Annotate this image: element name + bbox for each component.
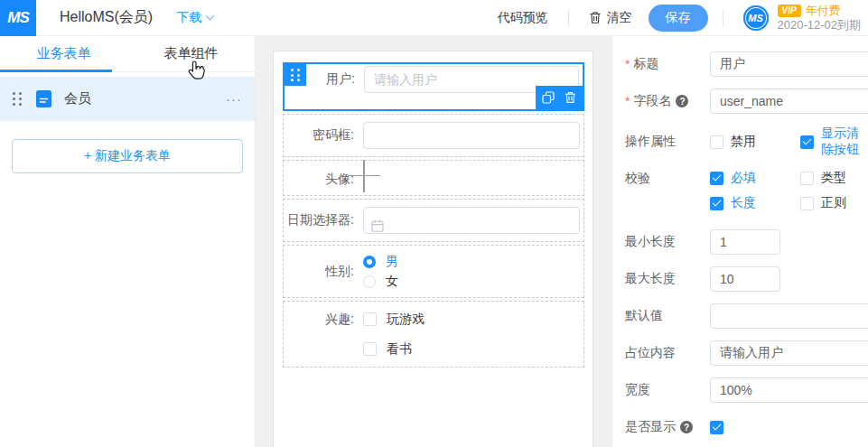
checkbox-option-reading[interactable]: 看书 <box>363 340 580 358</box>
checkbox-disabled[interactable]: 禁用 <box>710 126 780 158</box>
checkbox-required[interactable]: 必填 <box>710 170 780 186</box>
prop-label: * 标题 <box>625 56 710 72</box>
prop-row-maxlength: 最大长度 <box>625 266 868 292</box>
copy-icon[interactable] <box>542 91 555 104</box>
checkbox-icon[interactable] <box>710 172 723 185</box>
code-preview-button[interactable]: 代码预览 <box>498 10 548 26</box>
prop-row-width: 宽度 <box>625 377 868 403</box>
divider <box>568 10 569 26</box>
prop-label: 宽度 <box>625 382 710 398</box>
header-actions: 代码预览 清空 保存 MS VIP 年付费 2020-12-02到期 <box>498 4 868 32</box>
field-label: 性别: <box>284 264 363 280</box>
radio-label: 男 <box>386 254 398 270</box>
checkbox-type[interactable]: 类型 <box>800 170 846 186</box>
checkbox-label: 类型 <box>821 170 846 186</box>
canvas-field-user[interactable]: 用户: <box>283 62 584 111</box>
active-tab-indicator <box>0 70 112 72</box>
date-input[interactable] <box>363 207 580 234</box>
tab-business-forms[interactable]: 业务表单 <box>0 36 127 71</box>
field-label: 兴趣: <box>284 311 363 328</box>
maxlength-input[interactable] <box>710 266 780 292</box>
prop-row-title: * 标题 <box>625 51 868 77</box>
new-business-form-button[interactable]: + 新建业务表单 <box>12 139 243 173</box>
checkbox-option-games[interactable]: 玩游戏 <box>363 311 580 328</box>
prop-label: 默认值 <box>625 308 710 324</box>
title-input[interactable] <box>710 51 868 77</box>
prop-row-placeholder: 占位内容 <box>625 340 868 366</box>
field-actions <box>536 86 583 109</box>
placeholder-input[interactable] <box>710 340 868 366</box>
account-avatar[interactable]: MS <box>743 5 769 31</box>
clear-button[interactable]: 清空 <box>589 10 632 26</box>
avatar-upload-box[interactable] <box>363 167 365 184</box>
prop-label: 最小长度 <box>625 234 710 250</box>
sidebar-tabs: 业务表单 表单组件 <box>0 36 255 72</box>
canvas-field-gender[interactable]: 性别: 男 女 <box>283 245 584 298</box>
checkbox-label: 必填 <box>731 170 756 186</box>
checkbox-icon[interactable] <box>800 197 814 210</box>
password-input[interactable] <box>363 122 580 149</box>
canvas-field-interest[interactable]: 兴趣: 玩游戏 看书 <box>283 301 584 368</box>
width-input[interactable] <box>710 377 868 403</box>
radio-icon[interactable] <box>363 256 376 268</box>
delete-icon[interactable] <box>565 91 576 104</box>
app-header: MS HelloMS(会员) 下载 代码预览 清空 保存 MS VIP 年付费 … <box>0 0 868 36</box>
download-button[interactable]: 下载 <box>176 10 213 26</box>
radio-option-female[interactable]: 女 <box>363 273 580 290</box>
minlength-input[interactable] <box>710 229 780 255</box>
prop-row-operations: 操作属性 禁用 显示清除按钮 <box>625 126 868 158</box>
drag-handle-icon[interactable] <box>13 92 22 106</box>
radio-option-male[interactable]: 男 <box>363 253 580 270</box>
form-list-item-member[interactable]: 会员 ··· <box>0 77 255 121</box>
vip-badge: VIP <box>778 5 801 17</box>
checkbox-icon[interactable] <box>710 197 723 210</box>
checkbox-icon[interactable] <box>363 312 377 326</box>
checkbox-icon[interactable] <box>363 342 377 356</box>
vip-plan-label: 年付费 <box>806 4 841 18</box>
prop-row-fieldname: * 字段名 ? <box>625 88 868 114</box>
canvas-field-password[interactable]: 密码框: <box>283 114 584 157</box>
default-value-input[interactable] <box>710 303 868 329</box>
more-icon[interactable]: ··· <box>226 91 242 107</box>
save-button[interactable]: 保存 <box>649 5 708 32</box>
help-icon[interactable]: ? <box>676 95 688 107</box>
prop-label: 最大长度 <box>625 271 710 287</box>
checkbox-label: 显示清除按钮 <box>821 126 868 158</box>
checkbox-icon[interactable] <box>800 135 814 149</box>
chevron-down-icon <box>206 12 215 21</box>
fieldname-input[interactable] <box>710 88 868 114</box>
prop-row-visible: 是否显示 ? <box>625 414 868 440</box>
field-drag-handle-icon[interactable] <box>285 64 306 86</box>
checkbox-label: 看书 <box>387 341 412 358</box>
canvas-field-avatar[interactable]: 头像: <box>283 160 584 196</box>
checkbox-regex[interactable]: 正则 <box>800 195 846 211</box>
field-label: 头像: <box>284 168 363 188</box>
main-area: 业务表单 表单组件 会员 ··· + 新建业务表单 用户: <box>0 36 868 447</box>
calendar-icon <box>371 219 384 232</box>
checkbox-show-clear[interactable]: 显示清除按钮 <box>800 126 868 158</box>
form-item-label: 会员 <box>64 90 226 107</box>
tab-form-components[interactable]: 表单组件 <box>127 36 255 71</box>
prop-label: 操作属性 <box>625 134 710 150</box>
checkbox-length[interactable]: 长度 <box>710 195 780 211</box>
required-asterisk: * <box>625 57 630 71</box>
checkbox-icon[interactable] <box>800 172 814 185</box>
divider <box>723 10 723 26</box>
prop-label: 占位内容 <box>625 345 710 361</box>
properties-panel: * 标题 * 字段名 ? 操作属性 禁用 显示清除按钮 <box>611 36 868 447</box>
field-label: 日期选择器: <box>284 212 363 228</box>
radio-icon[interactable] <box>363 275 376 288</box>
prop-label: * 字段名 ? <box>625 93 710 109</box>
form-panel: 用户: 密码框: 头像: <box>273 51 593 447</box>
prop-row-minlength: 最小长度 <box>625 229 868 255</box>
checkbox-label: 禁用 <box>731 134 756 150</box>
prop-row-validation: 校验 必填 类型 长度 正则 <box>625 170 868 211</box>
field-label: 密码框: <box>284 127 363 144</box>
sidebar: 业务表单 表单组件 会员 ··· + 新建业务表单 <box>0 36 256 447</box>
checkbox-icon[interactable] <box>710 135 723 149</box>
download-label: 下载 <box>176 10 201 26</box>
canvas-field-datepicker[interactable]: 日期选择器: <box>283 199 584 242</box>
checkbox-label: 玩游戏 <box>387 312 425 328</box>
help-icon[interactable]: ? <box>680 421 693 433</box>
visible-checkbox-icon[interactable] <box>710 421 723 434</box>
